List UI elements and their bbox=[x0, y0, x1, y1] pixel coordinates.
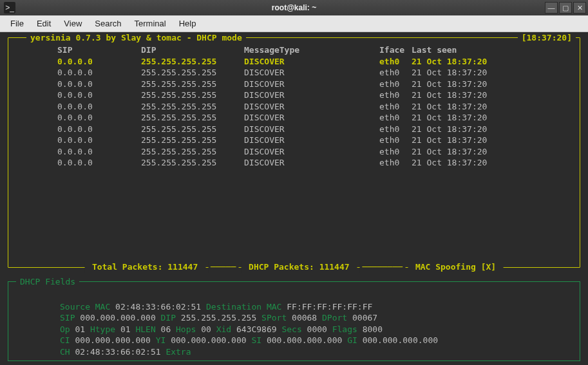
field-ci-value: 000.000.000.000 bbox=[75, 335, 150, 345]
field-sport-value: 00068 bbox=[292, 313, 317, 323]
dhcp-packets-label: DHCP Packets: bbox=[249, 262, 314, 272]
cell-dip: 255.255.255.255 bbox=[141, 56, 244, 68]
field-flags-label: Flags bbox=[332, 324, 357, 334]
field-yi-value: 000.000.000.000 bbox=[171, 335, 246, 345]
field-sip-label: SIP bbox=[60, 313, 75, 323]
field-ci-label: CI bbox=[60, 335, 70, 345]
cell-dip: 255.255.255.255 bbox=[141, 124, 244, 135]
table-row[interactable]: 0.0.0.0255.255.255.255DISCOVEReth021 Oct… bbox=[57, 124, 571, 135]
menu-help[interactable]: Help bbox=[173, 16, 203, 31]
dhcp-fields-title: DHCP Fields bbox=[16, 276, 79, 288]
cell-iface: eth0 bbox=[379, 135, 412, 146]
terminal-view[interactable]: yersinia 0.7.3 by Slay & tomac - DHCP mo… bbox=[0, 32, 588, 365]
field-hlen-label: HLEN bbox=[135, 324, 155, 334]
col-sip: SIP bbox=[57, 44, 141, 56]
terminal-icon: >_ bbox=[4, 2, 15, 14]
cell-iface: eth0 bbox=[379, 112, 412, 124]
cell-seen: 21 Oct 18:37:20 bbox=[412, 89, 540, 101]
field-op-label: Op bbox=[60, 324, 70, 334]
cell-iface: eth0 bbox=[379, 101, 412, 113]
menu-terminal[interactable]: Terminal bbox=[128, 16, 173, 31]
table-row[interactable]: 0.0.0.0255.255.255.255DISCOVEReth021 Oct… bbox=[57, 79, 571, 90]
cell-msg: DISCOVER bbox=[244, 101, 379, 113]
cell-sip: 0.0.0.0 bbox=[57, 56, 141, 68]
close-button[interactable]: ✕ bbox=[573, 2, 586, 14]
cell-sip: 0.0.0.0 bbox=[57, 157, 141, 169]
field-ch-label: CH bbox=[60, 347, 70, 357]
main-panel: yersinia 0.7.3 by Slay & tomac - DHCP mo… bbox=[8, 37, 580, 268]
window-titlebar: >_ root@kali: ~ — ▢ ✕ bbox=[0, 0, 588, 15]
field-dst-mac-label: Destination MAC bbox=[206, 302, 281, 312]
field-gi-value: 000.000.000.000 bbox=[363, 335, 438, 345]
cell-seen: 21 Oct 18:37:20 bbox=[412, 146, 540, 158]
menu-search[interactable]: Search bbox=[88, 16, 128, 31]
table-row[interactable]: 0.0.0.0255.255.255.255DISCOVEReth021 Oct… bbox=[57, 56, 571, 68]
field-dst-mac-value: FF:FF:FF:FF:FF:FF bbox=[287, 302, 372, 312]
field-dport-label: DPort bbox=[322, 313, 347, 323]
maximize-button[interactable]: ▢ bbox=[559, 2, 572, 14]
table-row[interactable]: 0.0.0.0255.255.255.255DISCOVEReth021 Oct… bbox=[57, 89, 571, 101]
cell-seen: 21 Oct 18:37:20 bbox=[412, 56, 540, 68]
cell-seen: 21 Oct 18:37:20 bbox=[412, 67, 540, 79]
cell-iface: eth0 bbox=[379, 79, 412, 90]
table-row[interactable]: 0.0.0.0255.255.255.255DISCOVEReth021 Oct… bbox=[57, 146, 571, 158]
menu-edit[interactable]: Edit bbox=[30, 16, 57, 31]
cell-iface: eth0 bbox=[379, 89, 412, 101]
total-packets-label: Total Packets: bbox=[92, 262, 163, 272]
packet-table: SIP DIP MessageType Iface Last seen 0.0.… bbox=[8, 38, 580, 169]
cell-dip: 255.255.255.255 bbox=[141, 146, 244, 158]
field-dip-value: 255.255.255.255 bbox=[181, 313, 256, 323]
cell-dip: 255.255.255.255 bbox=[141, 112, 244, 124]
field-op-value: 01 bbox=[75, 324, 85, 334]
app-header: yersinia 0.7.3 by Slay & tomac - DHCP mo… bbox=[26, 32, 246, 44]
cell-iface: eth0 bbox=[379, 124, 412, 135]
field-sip-value: 000.000.000.000 bbox=[80, 313, 155, 323]
cell-msg: DISCOVER bbox=[244, 89, 379, 101]
field-hlen-value: 06 bbox=[161, 324, 171, 334]
table-row[interactable]: 0.0.0.0255.255.255.255DISCOVEReth021 Oct… bbox=[57, 67, 571, 79]
window-title: root@kali: ~ bbox=[272, 3, 316, 12]
menu-view[interactable]: View bbox=[57, 16, 88, 31]
cell-msg: DISCOVER bbox=[244, 124, 379, 135]
cell-iface: eth0 bbox=[379, 56, 412, 68]
cell-sip: 0.0.0.0 bbox=[57, 101, 141, 113]
cell-dip: 255.255.255.255 bbox=[141, 101, 244, 113]
cell-dip: 255.255.255.255 bbox=[141, 157, 244, 169]
cell-sip: 0.0.0.0 bbox=[57, 146, 141, 158]
cell-seen: 21 Oct 18:37:20 bbox=[412, 79, 540, 90]
field-htype-value: 01 bbox=[120, 324, 131, 334]
mac-spoofing-toggle[interactable]: MAC Spoofing [X] bbox=[415, 262, 496, 272]
field-xid-label: Xid bbox=[216, 324, 231, 334]
cell-msg: DISCOVER bbox=[244, 67, 379, 79]
cell-iface: eth0 bbox=[379, 146, 412, 158]
field-xid-value: 643C9869 bbox=[236, 324, 277, 334]
cell-msg: DISCOVER bbox=[244, 157, 379, 169]
cell-sip: 0.0.0.0 bbox=[57, 79, 141, 90]
field-gi-label: GI bbox=[347, 335, 357, 345]
table-header: SIP DIP MessageType Iface Last seen bbox=[57, 44, 571, 56]
field-secs-value: 0000 bbox=[307, 324, 327, 334]
field-flags-value: 8000 bbox=[363, 324, 383, 334]
cell-iface: eth0 bbox=[379, 157, 412, 169]
table-row[interactable]: 0.0.0.0255.255.255.255DISCOVEReth021 Oct… bbox=[57, 101, 571, 113]
cell-sip: 0.0.0.0 bbox=[57, 89, 141, 101]
col-iface: Iface bbox=[379, 44, 412, 56]
table-row[interactable]: 0.0.0.0255.255.255.255DISCOVEReth021 Oct… bbox=[57, 135, 571, 146]
cell-seen: 21 Oct 18:37:20 bbox=[412, 101, 540, 113]
cell-dip: 255.255.255.255 bbox=[141, 89, 244, 101]
field-secs-label: Secs bbox=[281, 324, 301, 334]
col-dip: DIP bbox=[141, 44, 244, 56]
cell-seen: 21 Oct 18:37:20 bbox=[412, 124, 540, 135]
cell-msg: DISCOVER bbox=[244, 146, 379, 158]
field-sport-label: SPort bbox=[261, 313, 287, 323]
menu-file[interactable]: File bbox=[4, 16, 30, 31]
table-row[interactable]: 0.0.0.0255.255.255.255DISCOVEReth021 Oct… bbox=[57, 112, 571, 124]
cell-dip: 255.255.255.255 bbox=[141, 67, 244, 79]
total-packets-value: 111447 bbox=[167, 262, 198, 272]
cell-sip: 0.0.0.0 bbox=[57, 124, 141, 135]
field-yi-label: YI bbox=[156, 335, 166, 345]
cell-iface: eth0 bbox=[379, 67, 412, 79]
cell-msg: DISCOVER bbox=[244, 112, 379, 124]
minimize-button[interactable]: — bbox=[545, 2, 558, 14]
table-row[interactable]: 0.0.0.0255.255.255.255DISCOVEReth021 Oct… bbox=[57, 157, 571, 169]
